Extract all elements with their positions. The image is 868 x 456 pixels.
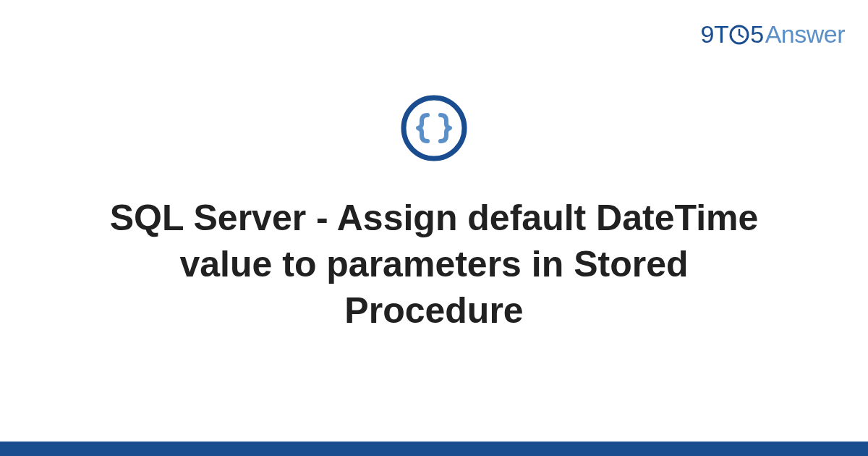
content-area: SQL Server - Assign default DateTime val… xyxy=(0,0,868,456)
footer-accent-bar xyxy=(0,442,868,456)
page-title: SQL Server - Assign default DateTime val… xyxy=(72,195,796,334)
svg-point-3 xyxy=(404,98,464,159)
code-braces-icon xyxy=(399,93,469,166)
